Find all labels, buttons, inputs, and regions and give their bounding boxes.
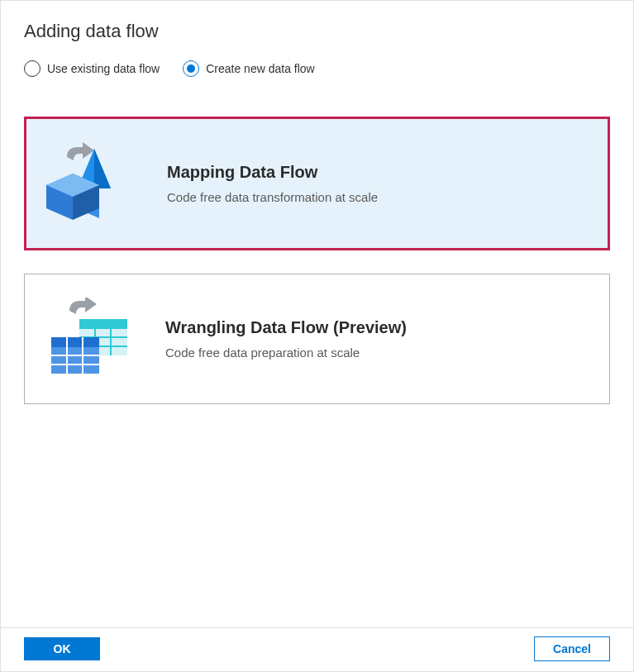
card-mapping-data-flow[interactable]: Mapping Data Flow Code free data transfo… bbox=[24, 117, 610, 250]
radio-create-new[interactable]: Create new data flow bbox=[183, 60, 315, 77]
mapping-dataflow-icon bbox=[46, 142, 137, 225]
radio-group-dataflow-source: Use existing data flow Create new data f… bbox=[1, 60, 633, 85]
card-description: Code free data transformation at scale bbox=[167, 190, 378, 204]
svg-rect-17 bbox=[51, 347, 99, 374]
svg-rect-16 bbox=[51, 337, 99, 347]
ok-button[interactable]: OK bbox=[24, 637, 100, 660]
svg-rect-10 bbox=[79, 319, 127, 329]
wrangling-dataflow-icon bbox=[45, 298, 136, 380]
dialog-title: Adding data flow bbox=[24, 21, 610, 42]
radio-label: Use existing data flow bbox=[47, 62, 160, 75]
radio-icon bbox=[183, 60, 199, 77]
card-description: Code free data preparation at scale bbox=[165, 346, 407, 360]
radio-use-existing[interactable]: Use existing data flow bbox=[24, 60, 160, 77]
dialog-header: Adding data flow bbox=[1, 1, 633, 57]
radio-icon bbox=[24, 60, 41, 77]
cancel-button[interactable]: Cancel bbox=[534, 636, 610, 661]
dataflow-type-cards: Mapping Data Flow Code free data transfo… bbox=[1, 85, 633, 627]
card-title: Wrangling Data Flow (Preview) bbox=[165, 318, 407, 337]
radio-label: Create new data flow bbox=[206, 62, 315, 75]
radio-dot-icon bbox=[187, 64, 195, 73]
dialog-footer: OK Cancel bbox=[1, 627, 633, 671]
card-wrangling-data-flow[interactable]: Wrangling Data Flow (Preview) Code free … bbox=[24, 274, 610, 404]
card-title: Mapping Data Flow bbox=[167, 163, 378, 182]
card-text: Mapping Data Flow Code free data transfo… bbox=[167, 163, 378, 204]
card-text: Wrangling Data Flow (Preview) Code free … bbox=[165, 318, 407, 360]
